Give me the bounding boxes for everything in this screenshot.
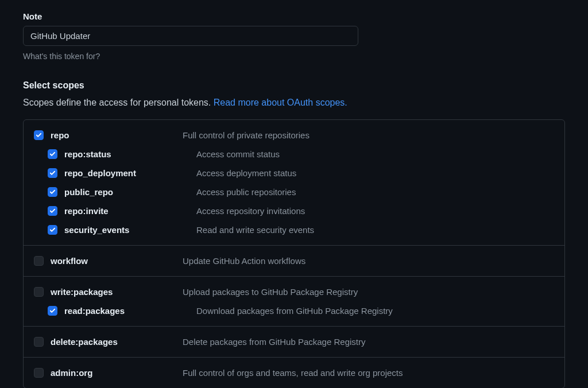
scope-name: write:packages: [51, 287, 183, 297]
scope-row: public_repoAccess public repositories: [34, 185, 554, 199]
scope-checkbox[interactable]: [48, 206, 57, 216]
scope-checkbox[interactable]: [34, 337, 44, 347]
scopes-description: Scopes define the access for personal to…: [23, 98, 565, 108]
scope-description: Read and write security events: [196, 225, 314, 235]
scopes-heading: Select scopes: [23, 80, 565, 91]
oauth-scopes-link[interactable]: Read more about OAuth scopes.: [214, 98, 347, 107]
scope-name: repo_deployment: [64, 168, 196, 178]
scope-group: admin:orgFull control of orgs and teams,…: [24, 358, 564, 388]
scope-row: repoFull control of private repositories: [34, 128, 554, 142]
scope-row: repo:statusAccess commit status: [34, 147, 554, 161]
scope-name: repo:status: [64, 149, 196, 159]
note-input[interactable]: [23, 26, 358, 46]
scope-description: Download packages from GitHub Package Re…: [196, 306, 393, 316]
scope-description: Full control of orgs and teams, read and…: [183, 368, 403, 378]
scopes-table: repoFull control of private repositories…: [23, 119, 565, 388]
scope-description: Delete packages from GitHub Package Regi…: [183, 337, 365, 347]
scope-description: Update GitHub Action workflows: [183, 256, 305, 266]
scope-row: workflowUpdate GitHub Action workflows: [34, 254, 554, 268]
scope-name: public_repo: [64, 187, 196, 197]
scope-checkbox[interactable]: [34, 130, 44, 140]
scope-row: read:packagesDownload packages from GitH…: [34, 304, 554, 318]
scope-description: Full control of private repositories: [183, 130, 310, 140]
scope-group: repoFull control of private repositories…: [24, 120, 564, 246]
scope-checkbox[interactable]: [48, 149, 57, 159]
scope-name: delete:packages: [51, 337, 183, 347]
note-hint: What's this token for?: [23, 52, 565, 61]
scope-description: Access commit status: [196, 149, 280, 159]
scope-description: Access repository invitations: [196, 206, 305, 216]
scope-checkbox[interactable]: [48, 306, 57, 316]
scope-name: repo: [51, 130, 183, 140]
scope-row: security_eventsRead and write security e…: [34, 223, 554, 237]
scope-description: Access deployment status: [196, 168, 296, 178]
scope-name: read:packages: [64, 306, 196, 316]
scope-name: admin:org: [51, 368, 183, 378]
scope-group: delete:packagesDelete packages from GitH…: [24, 327, 564, 358]
scope-checkbox[interactable]: [34, 368, 44, 378]
scope-row: admin:orgFull control of orgs and teams,…: [34, 366, 554, 380]
scope-checkbox[interactable]: [48, 187, 57, 197]
scope-group: workflowUpdate GitHub Action workflows: [24, 246, 564, 277]
scopes-desc-text: Scopes define the access for personal to…: [23, 98, 214, 107]
note-label: Note: [23, 11, 565, 21]
scope-row: write:packagesUpload packages to GitHub …: [34, 285, 554, 299]
scope-checkbox[interactable]: [48, 225, 57, 235]
scope-row: delete:packagesDelete packages from GitH…: [34, 335, 554, 349]
scope-group: write:packagesUpload packages to GitHub …: [24, 277, 564, 327]
scope-checkbox[interactable]: [48, 168, 57, 178]
scope-name: security_events: [64, 225, 196, 235]
scope-name: workflow: [51, 256, 183, 266]
scope-name: repo:invite: [64, 206, 196, 216]
scope-checkbox[interactable]: [34, 256, 44, 266]
scope-description: Access public repositories: [196, 187, 296, 197]
scope-row: repo_deploymentAccess deployment status: [34, 166, 554, 180]
scope-row: repo:inviteAccess repository invitations: [34, 204, 554, 218]
scope-description: Upload packages to GitHub Package Regist…: [183, 287, 358, 297]
scope-checkbox[interactable]: [34, 287, 44, 297]
